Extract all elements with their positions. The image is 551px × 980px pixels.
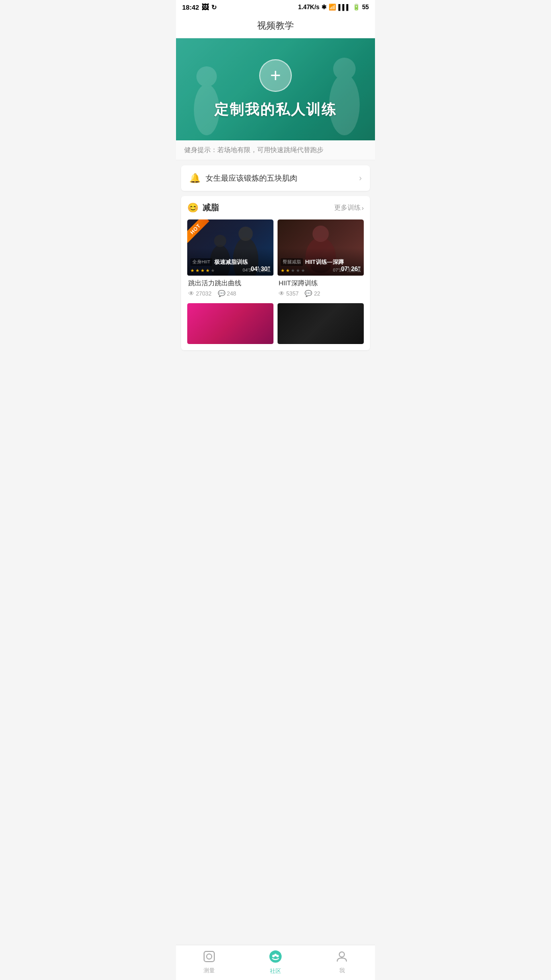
star2-1: ★ bbox=[281, 268, 285, 273]
video-thumb-1: HOT 全身HIIT 极速减脂训练 ★ ★ ★ bbox=[187, 219, 273, 276]
hot-badge-wrap: HOT bbox=[187, 219, 213, 245]
video-stars-2: ★ ★ ★ ★ ★ bbox=[281, 268, 305, 273]
video-stars-1: ★ ★ ★ ★ ★ bbox=[190, 268, 215, 273]
star-2: ★ bbox=[195, 268, 199, 273]
more-training-link[interactable]: 更多训练 › bbox=[334, 203, 364, 212]
bluetooth-icon: ✱ bbox=[321, 4, 327, 11]
partial-thumb-2[interactable] bbox=[278, 303, 364, 344]
video-info-2: HIIT深蹲训练 👁 5357 💬 22 bbox=[278, 276, 364, 299]
hero-content: + 定制我的私人训练 bbox=[214, 59, 337, 119]
tip-bar: 健身提示：若场地有限，可用快速跳绳代替跑步 bbox=[176, 140, 375, 160]
star2-5-empty: ★ bbox=[301, 268, 305, 273]
status-right: 1.47K/s ✱ 📶 ▌▌▌ 🔋 55 bbox=[298, 4, 369, 11]
status-time: 18:42 bbox=[182, 4, 199, 11]
video-title-2: HIIT深蹲训练 bbox=[279, 279, 363, 288]
views-stat-2: 👁 5357 bbox=[279, 290, 298, 297]
network-speed: 1.47K/s bbox=[298, 4, 319, 11]
video-stats-2: 👁 5357 💬 22 bbox=[279, 290, 363, 297]
eye-icon-2: 👁 bbox=[279, 290, 285, 297]
hero-banner[interactable]: + 定制我的私人训练 bbox=[176, 38, 375, 140]
views-count-2: 5357 bbox=[286, 290, 298, 297]
wifi-icon: 📶 bbox=[329, 4, 336, 11]
section-header: 😊 减脂 更多训练 › bbox=[187, 202, 364, 213]
plus-icon: + bbox=[270, 65, 281, 86]
video-tag-row-2: 臀腿减脂 HIIT训练—深蹲 bbox=[281, 258, 361, 266]
comments-count-1: 248 bbox=[227, 290, 236, 297]
video-item-1[interactable]: HOT 全身HIIT 极速减脂训练 ★ ★ ★ bbox=[187, 219, 273, 299]
video-name-1: 极速减脂训练 bbox=[214, 258, 248, 266]
video-stats-1: 👁 27032 💬 248 bbox=[188, 290, 272, 297]
comments-stat-2: 💬 22 bbox=[305, 290, 320, 297]
section-emoji-icon: 😊 bbox=[187, 202, 198, 213]
views-stat-1: 👁 27032 bbox=[188, 290, 212, 297]
video-title-1: 跳出活力跳出曲线 bbox=[188, 279, 272, 288]
star2-4-empty: ★ bbox=[296, 268, 300, 273]
chevron-right-more-icon: › bbox=[362, 204, 364, 212]
hero-title: 定制我的私人训练 bbox=[214, 100, 337, 119]
battery-level: 55 bbox=[362, 4, 369, 11]
video-name-2: HIIT训练—深蹲 bbox=[305, 258, 344, 266]
star-5-empty: ★ bbox=[211, 268, 215, 273]
status-left: 18:42 🖼 ↻ bbox=[182, 3, 217, 11]
comments-count-2: 22 bbox=[314, 290, 320, 297]
video-tag-1: 全身HIIT bbox=[190, 258, 212, 266]
refresh-icon: ↻ bbox=[211, 4, 217, 11]
partial-video-row bbox=[187, 303, 364, 344]
gallery-icon: 🖼 bbox=[202, 3, 209, 11]
video-tag-2: 臀腿减脂 bbox=[281, 258, 303, 266]
comment-icon-1: 💬 bbox=[218, 290, 226, 297]
video-grid: HOT 全身HIIT 极速减脂训练 ★ ★ ★ bbox=[187, 219, 364, 299]
video-item-2[interactable]: 臀腿减脂 HIIT训练—深蹲 ★ ★ ★ ★ ★ 07'12" 无器械 bbox=[278, 219, 364, 299]
svg-point-9 bbox=[313, 226, 329, 242]
video-info-1: 跳出活力跳出曲线 👁 27032 💬 248 bbox=[187, 276, 273, 299]
svg-point-5 bbox=[239, 227, 253, 241]
svg-point-1 bbox=[196, 66, 217, 87]
video-duration-1: 04' 30" bbox=[251, 265, 270, 273]
bell-icon: 🔔 bbox=[189, 173, 201, 184]
notification-card[interactable]: 🔔 女生最应该锻炼的五块肌肉 › bbox=[181, 165, 370, 191]
battery-icon: 🔋 bbox=[353, 4, 360, 11]
video-thumb-2: 臀腿减脂 HIIT训练—深蹲 ★ ★ ★ ★ ★ 07'12" 无器械 bbox=[278, 219, 364, 276]
comment-icon-2: 💬 bbox=[305, 290, 312, 297]
video-duration-2: 07' 26" bbox=[341, 265, 361, 273]
status-bar: 18:42 🖼 ↻ 1.47K/s ✱ 📶 ▌▌▌ 🔋 55 bbox=[176, 0, 375, 14]
star-4: ★ bbox=[206, 268, 210, 273]
svg-point-7 bbox=[214, 235, 227, 247]
hot-badge: HOT bbox=[187, 219, 209, 243]
star2-2: ★ bbox=[286, 268, 290, 273]
notification-text: 女生最应该锻炼的五块肌肉 bbox=[206, 174, 297, 183]
app-header: 视频教学 bbox=[176, 14, 375, 38]
star2-3-empty: ★ bbox=[291, 268, 295, 273]
eye-icon-1: 👁 bbox=[188, 290, 194, 297]
signal-icon: ▌▌▌ bbox=[338, 4, 350, 10]
star-3: ★ bbox=[201, 268, 205, 273]
content-wrapper: + 定制我的私人训练 健身提示：若场地有限，可用快速跳绳代替跑步 🔔 女生最应该… bbox=[176, 38, 375, 396]
add-training-button[interactable]: + bbox=[259, 59, 292, 92]
section-title-group: 😊 减脂 bbox=[187, 202, 219, 213]
chevron-right-icon: › bbox=[359, 174, 362, 183]
section-title: 减脂 bbox=[203, 203, 219, 213]
more-label: 更多训练 bbox=[334, 203, 361, 212]
views-count-1: 27032 bbox=[196, 290, 212, 297]
notification-left: 🔔 女生最应该锻炼的五块肌肉 bbox=[189, 173, 297, 184]
section-card: 😊 减脂 更多训练 › bbox=[181, 196, 370, 350]
page-title: 视频教学 bbox=[257, 20, 294, 31]
video-tag-row-1: 全身HIIT 极速减脂训练 bbox=[190, 258, 270, 266]
tip-text: 健身提示：若场地有限，可用快速跳绳代替跑步 bbox=[184, 146, 323, 154]
star-1: ★ bbox=[190, 268, 194, 273]
partial-thumb-1[interactable] bbox=[187, 303, 273, 344]
comments-stat-1: 💬 248 bbox=[218, 290, 236, 297]
